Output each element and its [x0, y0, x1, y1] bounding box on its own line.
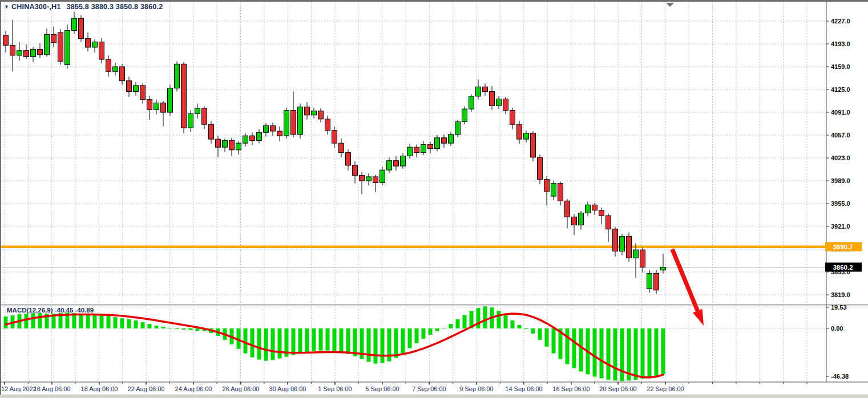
macd-histogram-bar — [148, 324, 152, 328]
bearish-candle — [277, 131, 282, 136]
macd-histogram-bar — [312, 328, 316, 351]
bullish-candle — [312, 111, 317, 115]
chart-window: 4227.04193.04159.04125.04091.04057.04023… — [0, 0, 868, 398]
macd-histogram-bar — [114, 317, 118, 328]
bullish-candle — [223, 140, 228, 147]
bullish-candle — [661, 267, 666, 270]
chart-surface[interactable]: 4227.04193.04159.04125.04091.04057.04023… — [0, 0, 868, 398]
macd-histogram-bar — [162, 327, 165, 328]
macd-histogram-bar — [422, 328, 426, 339]
bearish-candle — [538, 157, 543, 180]
macd-histogram-bar — [367, 328, 371, 362]
window-frame — [0, 0, 868, 398]
bullish-candle — [243, 136, 248, 143]
macd-histogram-bar — [477, 308, 481, 328]
bullish-candle — [647, 273, 652, 289]
macd-histogram-bar — [613, 328, 617, 380]
time-tick-label: 22 Aug 06:00 — [128, 385, 165, 392]
macd-histogram-bar — [168, 328, 172, 328]
bearish-candle — [606, 216, 611, 229]
bullish-candle — [366, 177, 372, 181]
bearish-candle — [592, 205, 597, 210]
macd-histogram-bar — [408, 328, 412, 348]
macd-histogram-bar — [593, 328, 597, 376]
time-tick-label: 16 Sep 06:00 — [552, 385, 590, 392]
bearish-candle — [613, 229, 618, 251]
bullish-candle — [579, 213, 584, 225]
macd-histogram-bar — [196, 328, 200, 331]
bearish-candle — [490, 92, 495, 106]
symbol-ohlc-values: 3855.8 3880.3 3850.8 3860.2 — [67, 3, 163, 11]
macd-tick-label: -46.38 — [831, 373, 849, 380]
bearish-candle — [346, 153, 351, 165]
bullish-candle — [469, 96, 474, 109]
bearish-candle — [250, 136, 255, 140]
bullish-candle — [45, 35, 50, 55]
macd-histogram-bar — [100, 315, 104, 328]
macd-histogram-bar — [127, 319, 131, 328]
time-tick-label: 18 Aug 06:00 — [81, 385, 118, 392]
trend-arrow-head — [693, 309, 704, 326]
macd-histogram-bar — [79, 314, 83, 328]
macd-histogram-bar — [292, 328, 296, 355]
bullish-candle — [264, 126, 269, 133]
bearish-candle — [394, 161, 399, 166]
macd-histogram-bar — [504, 315, 508, 328]
bullish-candle — [620, 237, 625, 251]
macd-histogram-bar — [607, 328, 611, 380]
bullish-candle — [298, 107, 303, 135]
current-price-badge-text: 3860.2 — [833, 264, 853, 271]
window-bottom-strip — [0, 395, 868, 398]
time-tick-label: 7 Sep 06:00 — [412, 385, 446, 392]
symbol-dropdown-icon[interactable]: ▼ — [4, 4, 9, 10]
symbol-header: ▼CHINA300-,H13855.8 3880.3 3850.8 3860.2 — [4, 3, 163, 11]
trend-arrow-shaft — [672, 249, 697, 311]
bullish-candle — [134, 86, 139, 92]
resistance-price-badge-text: 3890.7 — [833, 243, 853, 250]
time-tick-label: 9 Sep 06:00 — [459, 385, 493, 392]
price-tick-label: 4125.0 — [831, 86, 850, 93]
macd-histogram-bar — [566, 328, 570, 364]
macd-histogram-bar — [4, 316, 8, 328]
price-axis[interactable]: 4227.04193.04159.04125.04091.04057.04023… — [826, 18, 850, 380]
macd-histogram-bar — [25, 314, 29, 328]
bullish-candle — [455, 121, 461, 134]
bullish-candle — [257, 132, 262, 140]
bearish-candle — [79, 18, 84, 38]
chart-shift-marker[interactable] — [666, 3, 674, 7]
macd-tick-label: 0.00 — [831, 325, 843, 332]
trend-arrow[interactable] — [672, 249, 704, 326]
macd-histogram-bar — [545, 328, 549, 347]
bullish-candle — [586, 205, 591, 213]
bullish-candle — [476, 87, 481, 96]
time-tick-label: 24 Aug 06:00 — [175, 385, 212, 392]
overlay-layer — [0, 247, 826, 267]
macd-histogram-bar — [531, 328, 535, 334]
bearish-candle — [353, 165, 358, 176]
bearish-candle — [414, 147, 419, 152]
price-tick-label: 3989.0 — [831, 177, 850, 184]
time-tick-label: 5 Sep 06:00 — [365, 385, 399, 392]
macd-histogram-bar — [511, 320, 515, 328]
time-axis[interactable]: 12 Aug 202216 Aug 06:0018 Aug 06:0022 Au… — [1, 382, 807, 392]
time-tick-label: 30 Aug 06:00 — [269, 385, 306, 392]
bearish-candle — [332, 131, 337, 143]
bearish-candle — [544, 180, 550, 192]
macd-histogram-bar — [518, 325, 522, 328]
bullish-candle — [236, 143, 241, 150]
bullish-candle — [462, 109, 467, 121]
macd-histogram-bar — [620, 328, 624, 381]
macd-histogram-bar — [93, 315, 97, 328]
bearish-candle — [181, 64, 187, 128]
bearish-candle — [229, 140, 235, 149]
macd-pane — [4, 306, 665, 381]
resistance-price-badge: 3890.7 — [825, 242, 862, 251]
macd-histogram-bar — [655, 328, 659, 376]
bullish-candle — [168, 88, 173, 112]
bullish-candle — [284, 110, 289, 136]
bullish-candle — [72, 18, 77, 30]
bearish-candle — [565, 201, 570, 217]
price-tick-label: 3819.0 — [831, 291, 850, 298]
bullish-candle — [92, 42, 98, 47]
bullish-candle — [154, 103, 159, 110]
